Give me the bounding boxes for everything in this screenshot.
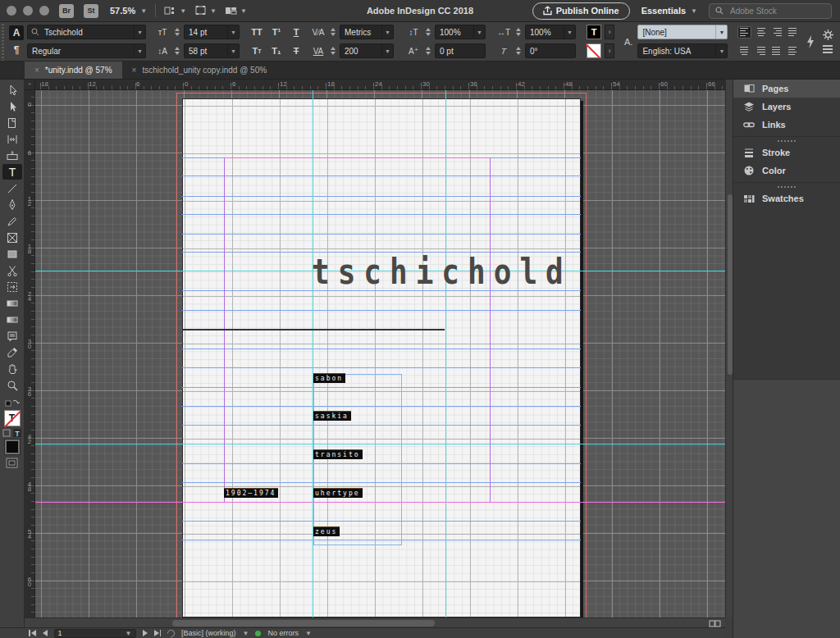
align-justify-left-button[interactable]	[787, 26, 800, 39]
ruler-origin-corner[interactable]: +	[25, 80, 35, 90]
free-transform-tool[interactable]	[2, 279, 22, 294]
align-align-away-button[interactable]	[787, 45, 800, 57]
page-tool[interactable]	[2, 115, 22, 130]
chevron-down-icon[interactable]: ▼	[243, 630, 249, 637]
minimize-window-button[interactable]	[23, 6, 33, 16]
gap-tool[interactable]	[2, 131, 22, 147]
font-size-stepper[interactable]	[173, 28, 180, 36]
view-options-dropdown[interactable]: ▼	[164, 5, 186, 16]
page-number-dropdown[interactable]: 1▼	[54, 629, 136, 638]
leading-field[interactable]: 58 pt▼	[184, 43, 240, 58]
tab-unity[interactable]: ×*unity.indd @ 57%	[25, 62, 122, 79]
baseline-shift-field[interactable]: 0 pt	[435, 43, 486, 58]
dock-item-swatches[interactable]: Swatches	[733, 189, 840, 207]
swap-fill-stroke-icon[interactable]	[4, 398, 21, 408]
horizontal-ruler[interactable]: 181260612182430364248546066	[35, 80, 725, 90]
horizontal-scrollbar[interactable]	[25, 617, 725, 627]
subscript-button[interactable]: T₁	[268, 43, 285, 58]
gradient-tool[interactable]	[2, 295, 22, 311]
type-specimen-label[interactable]: transito	[313, 449, 363, 459]
dock-group-divider[interactable]	[733, 136, 840, 144]
gradient-feather-tool[interactable]	[2, 312, 22, 327]
align-center-button[interactable]	[755, 26, 768, 39]
stroke-flyout-button[interactable]: ›	[605, 43, 614, 58]
vertical-ruler[interactable]: 06121824303642485460	[25, 90, 35, 617]
arrange-documents-dropdown[interactable]: ▼	[225, 5, 247, 16]
selection-tool[interactable]	[2, 82, 22, 98]
paragraph-formatting-button[interactable]: ¶	[9, 43, 24, 57]
eyedropper-tool[interactable]	[2, 344, 22, 360]
vertical-scroll-thumb[interactable]	[728, 194, 733, 375]
spread-view-icon[interactable]	[709, 620, 722, 627]
search-input[interactable]	[728, 6, 819, 16]
pasteboard[interactable]: tschichold sabonsaskiatransitouhertypeze…	[35, 90, 725, 617]
baseline-shift-stepper[interactable]	[424, 47, 431, 55]
align-justify-all-button[interactable]	[770, 45, 783, 57]
tracking-stepper[interactable]	[329, 47, 336, 55]
first-page-button[interactable]	[29, 630, 36, 636]
text-stroke-swatch[interactable]	[587, 43, 601, 58]
type-specimen-label[interactable]: uhertype	[313, 488, 363, 498]
horizontal-scale-field[interactable]: 100%▼	[525, 25, 576, 39]
text-fill-swatch[interactable]: T	[587, 25, 601, 39]
screen-mode-dropdown[interactable]: ▼	[194, 5, 217, 16]
character-formatting-button[interactable]: A	[9, 25, 24, 40]
chevron-down-icon[interactable]: ▼	[305, 630, 312, 637]
gear-icon[interactable]	[823, 30, 833, 40]
vertical-scrollbar[interactable]	[725, 80, 733, 617]
close-window-button[interactable]	[7, 6, 16, 16]
tab-tschichold-unity-copy[interactable]: ×tschichold_unity copy.indd @ 50%	[122, 62, 277, 79]
formatting-affects-text-button[interactable]: T	[13, 429, 21, 437]
zoom-window-button[interactable]	[39, 6, 49, 16]
vertical-scale-stepper[interactable]	[424, 28, 431, 36]
skew-stepper[interactable]	[514, 47, 522, 55]
frame-tool[interactable]	[2, 230, 22, 245]
vertical-scale-field[interactable]: 100%▼	[435, 25, 486, 39]
date-range-label[interactable]: 1902—1974	[224, 488, 278, 498]
panel-grip[interactable]	[0, 22, 6, 61]
kerning-stepper[interactable]	[329, 28, 336, 36]
text-fill-none-swatch[interactable]: T	[4, 410, 21, 426]
pen-tool[interactable]	[2, 197, 22, 212]
language-combo[interactable]: English: USA▼	[637, 43, 728, 58]
formatting-affects-container-button[interactable]	[2, 429, 11, 437]
align-justify-right-button[interactable]	[754, 45, 767, 57]
tracking-field[interactable]: 200▼	[340, 43, 394, 58]
dock-item-links[interactable]: Links	[733, 116, 840, 134]
dock-item-pages[interactable]: Pages	[733, 80, 840, 98]
workspace-switcher[interactable]: Essentials▼	[641, 6, 697, 16]
align-right-button[interactable]	[770, 26, 783, 39]
underline-button[interactable]: T	[288, 25, 304, 39]
pencil-tool[interactable]	[2, 213, 22, 229]
font-style-combo[interactable]: Regular▼	[27, 43, 146, 58]
line-tool[interactable]	[2, 180, 22, 196]
horizontal-scroll-thumb[interactable]	[172, 620, 435, 627]
dock-group-divider[interactable]	[733, 182, 840, 189]
dock-item-color[interactable]: Color	[733, 162, 840, 180]
panel-menu-icon[interactable]	[823, 45, 833, 53]
content-collector-tool[interactable]	[2, 148, 22, 163]
scissors-tool[interactable]	[2, 262, 22, 278]
bridge-button[interactable]: Br	[59, 4, 74, 18]
direct-selection-tool[interactable]	[2, 98, 22, 114]
horizontal-scale-stepper[interactable]	[514, 28, 522, 36]
hand-tool[interactable]	[2, 361, 22, 376]
leading-stepper[interactable]	[173, 47, 180, 55]
font-family-combo[interactable]: Tschichold▼	[27, 25, 146, 39]
strikethrough-button[interactable]: T	[288, 43, 304, 58]
font-size-field[interactable]: 14 pt▼	[184, 25, 240, 39]
screen-mode-button[interactable]	[5, 457, 20, 470]
previous-page-button[interactable]	[43, 630, 48, 636]
rectangle-tool[interactable]	[2, 246, 22, 262]
last-page-button[interactable]	[154, 630, 162, 636]
type-specimen-label[interactable]: saskia	[313, 411, 351, 421]
superscript-button[interactable]: T¹	[268, 25, 285, 39]
dock-item-stroke[interactable]: Stroke	[733, 144, 840, 162]
type-specimen-label[interactable]: sabon	[313, 373, 345, 383]
quick-apply-icon[interactable]	[806, 35, 815, 48]
dock-item-layers[interactable]: Layers	[733, 98, 840, 116]
stock-button[interactable]: St	[84, 4, 98, 18]
all-caps-button[interactable]: TT	[249, 25, 265, 39]
type-specimen-label[interactable]: zeus	[313, 526, 340, 536]
apply-color-swatch[interactable]	[5, 440, 20, 454]
